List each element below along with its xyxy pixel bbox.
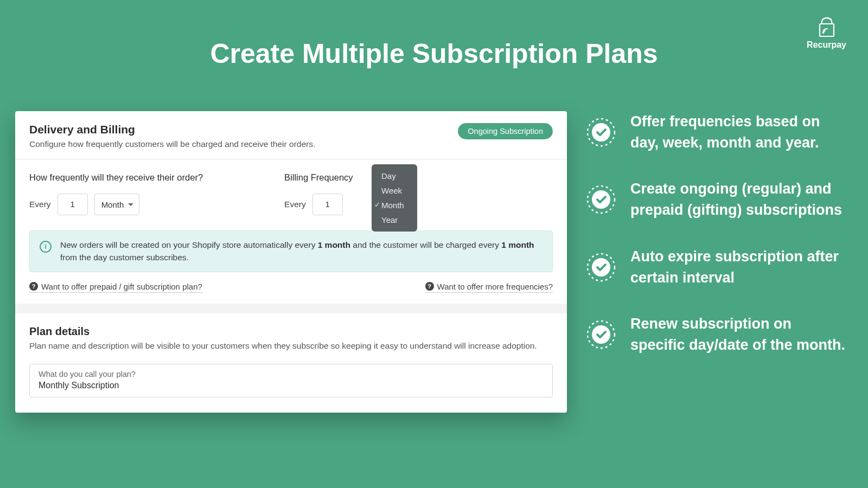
feature-text: Renew subscription on specific day/date … (630, 313, 846, 356)
dropdown-option-day[interactable]: Day (372, 169, 417, 183)
feature-item: Create ongoing (regular) and prepaid (gi… (586, 178, 846, 221)
feature-text: Create ongoing (regular) and prepaid (gi… (630, 178, 846, 221)
check-circle-icon (586, 117, 616, 147)
svg-point-9 (592, 325, 610, 344)
plan-name-input[interactable]: What do you call your plan? Monthly Subs… (29, 364, 553, 397)
settings-panel: Delivery and Billing Configure how frequ… (15, 111, 567, 413)
plan-name-value: Monthly Subscription (39, 381, 544, 390)
check-circle-icon (586, 252, 616, 282)
order-frequency-label: How frequently will they receive their o… (29, 172, 203, 183)
plan-details-subtitle: Plan name and description will be visibl… (29, 341, 553, 351)
info-text: New orders will be created on your Shopi… (60, 239, 542, 264)
feature-text: Offer frequencies based on day, week, mo… (630, 111, 846, 153)
check-circle-icon (586, 319, 616, 350)
feature-item: Offer frequencies based on day, week, mo… (586, 111, 846, 153)
page-title: Create Multiple Subscription Plans (0, 0, 868, 69)
question-icon: ? (29, 282, 38, 291)
delivery-billing-subtitle: Configure how frequently customers will … (29, 139, 458, 149)
question-icon: ? (425, 282, 434, 291)
info-icon: i (40, 241, 52, 253)
dropdown-option-month[interactable]: Month (372, 198, 417, 213)
order-count-input[interactable]: 1 (58, 194, 88, 215)
svg-point-1 (822, 32, 824, 34)
order-period-value: Month (101, 200, 124, 209)
svg-point-7 (592, 258, 610, 277)
check-circle-icon (586, 184, 616, 215)
plan-details-title: Plan details (29, 325, 553, 338)
billing-frequency-block: Billing Frequency Every 1 (284, 172, 353, 215)
more-frequencies-help-link[interactable]: ? Want to offer more frequencies? (425, 282, 553, 293)
feature-item: Auto expire subscription after certain i… (586, 246, 846, 288)
feature-text: Auto expire subscription after certain i… (630, 246, 846, 288)
every-label: Every (29, 200, 51, 209)
plan-name-label: What do you call your plan? (39, 370, 544, 378)
brand-name: Recurpay (807, 40, 846, 50)
feature-list: Offer frequencies based on day, week, mo… (586, 111, 846, 381)
prepaid-help-link[interactable]: ? Want to offer prepaid / gift subscript… (29, 282, 202, 293)
section-divider (15, 304, 567, 313)
feature-item: Renew subscription on specific day/date … (586, 313, 846, 356)
svg-point-3 (592, 123, 610, 142)
subscription-type-badge[interactable]: Ongoing Subscription (458, 123, 553, 139)
svg-point-5 (592, 190, 610, 209)
dropdown-option-year[interactable]: Year (372, 213, 417, 227)
billing-count-input[interactable]: 1 (312, 194, 343, 215)
shopping-bag-icon (816, 16, 838, 38)
dropdown-option-week[interactable]: Week (372, 183, 417, 198)
brand-logo: Recurpay (807, 16, 846, 50)
info-banner: i New orders will be created on your Sho… (29, 230, 553, 272)
order-frequency-block: How frequently will they receive their o… (29, 172, 203, 215)
every-label: Every (284, 200, 306, 209)
billing-frequency-label: Billing Frequency (284, 172, 353, 183)
svg-rect-0 (820, 24, 834, 36)
period-dropdown[interactable]: Day Week Month Year (372, 164, 417, 232)
delivery-billing-title: Delivery and Billing (29, 123, 458, 136)
order-period-select[interactable]: Month (94, 194, 140, 215)
